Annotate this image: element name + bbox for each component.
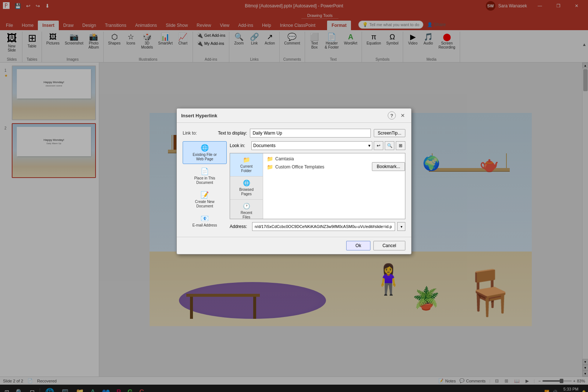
file-area: 📁 CurrentFolder 🌐 BrowsedPages 🕐 RecentF… [230,153,405,219]
file-item-custom-templates[interactable]: 📁 Custom Office Templates [265,163,370,171]
look-in-label: Look in: [230,143,250,148]
dialog-body: Link to: Text to display: ScreenTip... 🌐… [177,123,411,237]
address-input[interactable] [252,222,395,231]
recent-files-icon: 🕐 [243,203,250,210]
insert-hyperlink-dialog: Insert Hyperlink ? ✕ Link to: Text to di… [176,108,412,254]
look-in-chevron: ▾ [368,143,370,148]
dialog-help-btn[interactable]: ? [388,111,396,120]
text-display-row: Link to: Text to display: ScreenTip... [183,129,405,138]
email-icon: 📧 [201,214,209,222]
new-doc-icon: 📝 [201,191,209,199]
dialog-footer: Ok Cancel [177,237,411,254]
nav-browsed-pages[interactable]: 🌐 BrowsedPages [230,177,263,200]
look-in-value: Documents [253,143,276,148]
look-in-detail-btn[interactable]: ⊞ [396,141,405,150]
address-row: Address: ▾ [230,222,405,231]
look-in-back-btn[interactable]: ↩ [374,141,383,150]
link-to-label: Link to: [183,131,212,136]
dialog-title: Insert Hyperlink [181,113,217,118]
file-list: 📁 Camtasia 📁 Custom Office Templates [263,153,372,219]
link-main-area: Look in: Documents ▾ ↩ 🔍 ⊞ [230,141,405,231]
nav-current-folder[interactable]: 📁 CurrentFolder [230,153,263,177]
browsed-pages-icon: 🌐 [243,179,250,186]
bookmark-btn[interactable]: Bookmark... [372,162,405,171]
existing-file-icon: 🌐 [201,144,209,152]
current-folder-icon: 📁 [243,156,250,163]
link-option-place[interactable]: 📄 Place in ThisDocument [183,165,227,188]
link-options-sidebar: 🌐 Existing File orWeb Page 📄 Place in Th… [183,141,227,231]
cancel-btn[interactable]: Cancel [373,241,405,250]
look-in-dropdown[interactable]: Documents ▾ [251,141,372,150]
dialog-overlay: Insert Hyperlink ? ✕ Link to: Text to di… [0,0,588,392]
link-option-new-doc[interactable]: 📝 Create NewDocument [183,188,227,211]
folder-camtasia-icon: 📁 [267,156,273,162]
dialog-main: 🌐 Existing File orWeb Page 📄 Place in Th… [183,141,405,231]
screentip-btn[interactable]: ScreenTip... [374,129,405,137]
text-display-label: Text to display: [218,131,247,136]
link-option-email[interactable]: 📧 E-mail Address [183,212,227,230]
dialog-close-btn[interactable]: ✕ [399,111,407,120]
ok-btn[interactable]: Ok [346,241,370,250]
file-nav-sidebar: 📁 CurrentFolder 🌐 BrowsedPages 🕐 RecentF… [230,153,263,219]
address-dropdown-btn[interactable]: ▾ [397,222,405,231]
nav-recent-files[interactable]: 🕐 RecentFiles [230,200,263,219]
place-doc-icon: 📄 [201,167,209,175]
folder-custom-icon: 📁 [267,164,273,170]
look-in-row: Look in: Documents ▾ ↩ 🔍 ⊞ [230,141,405,150]
dialog-title-bar: Insert Hyperlink ? ✕ [177,108,411,123]
text-to-display-input[interactable] [250,129,370,138]
address-label: Address: [230,224,250,229]
file-item-camtasia[interactable]: 📁 Camtasia [265,155,370,163]
look-in-search-btn[interactable]: 🔍 [385,141,394,150]
link-option-existing[interactable]: 🌐 Existing File orWeb Page [183,141,227,164]
dialog-right-buttons: Bookmark... [372,153,405,219]
